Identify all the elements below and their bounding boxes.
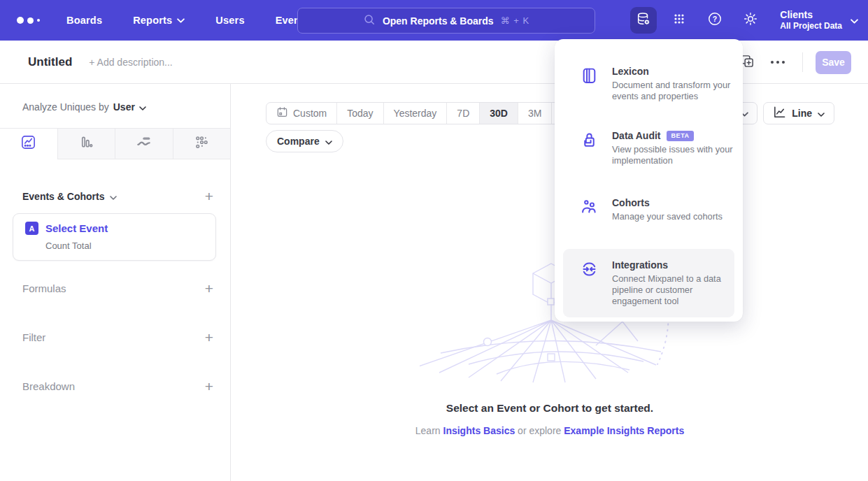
top-navbar: Boards Reports Users Events Open Reports… [0,0,868,41]
search-placeholder: Open Reports & Boards [383,15,494,27]
line-chart-icon [773,106,786,121]
popover-item-description: Manage your saved cohorts [612,211,723,222]
date-range-30d[interactable]: 30D [479,103,518,124]
date-range-label: Yesterday [394,108,437,119]
main-nav: Boards Reports Users Events [66,15,309,26]
more-options-button[interactable] [766,50,790,74]
tab-metrics-grid[interactable] [173,129,231,159]
compare-label: Compare [277,136,320,147]
chart-type-label: Line [792,108,812,119]
filter-section: Filter + [0,326,230,347]
mixpanel-logo-icon[interactable] [17,17,40,24]
date-range-3m[interactable]: 3M [518,103,551,124]
date-range-custom[interactable]: Custom [266,103,336,124]
empty-state-text: or explore [515,425,564,436]
add-event-button[interactable]: + [205,189,213,203]
bar-chart-tab-icon [78,134,94,153]
nav-item-label: Boards [66,15,102,26]
tab-flows-chart[interactable] [115,129,173,159]
tab-bar-chart[interactable] [57,129,115,159]
data-audit-icon [581,130,599,166]
popover-item-integrations[interactable]: Integrations Connect Mixpanel to a data … [563,249,734,317]
org-name: Clients [780,9,842,21]
database-gear-icon [636,11,651,29]
chevron-down-icon [325,136,332,147]
date-range-control: Custom Today Yesterday 7D 30D 3M 6M [266,102,586,124]
nav-item-reports[interactable]: Reports [133,15,185,26]
gear-icon [743,11,758,29]
ellipsis-icon [771,61,785,64]
event-card[interactable]: A Select Event Count Total [13,213,216,261]
chevron-down-icon [139,101,146,113]
date-range-label: Today [347,108,373,119]
breakdown-label: Breakdown [22,380,75,392]
date-range-label: 3M [528,108,541,119]
search-input[interactable]: Open Reports & Boards ⌘ + K [297,8,595,34]
tab-line-chart[interactable] [0,129,57,159]
nav-item-boards[interactable]: Boards [66,15,102,26]
nav-item-label: Reports [133,15,172,26]
project-switcher[interactable]: Clients All Project Data [780,9,858,31]
popover-item-title: Cohorts [612,197,650,208]
popover-item-description: Document and transform your events and p… [612,80,733,102]
line-chart-tab-icon [20,134,36,153]
insights-basics-link[interactable]: Insights Basics [443,425,515,436]
popover-item-description: Connect Mixpanel to a data pipeline or c… [612,273,725,307]
nav-item-label: Users [215,15,244,26]
popover-item-lexicon[interactable]: Lexicon Document and transform your even… [555,66,743,102]
report-canvas: Custom Today Yesterday 7D 30D 3M 6M Comp… [232,84,868,481]
apps-grid-button[interactable] [666,7,692,34]
search-icon [363,13,376,29]
compare-dropdown[interactable]: Compare [266,130,343,152]
project-name: All Project Data [780,21,842,31]
calendar-icon [276,106,288,120]
data-management-popover: Lexicon Document and transform your even… [555,39,743,322]
breakdown-section: Breakdown + [0,375,230,396]
flows-tab-icon [136,134,152,153]
filter-label: Filter [22,331,45,343]
svg-text:?: ? [713,15,717,23]
analyze-label: Analyze Uniques by [22,101,109,113]
events-cohorts-dropdown[interactable]: Events & Cohorts [22,191,117,202]
chevron-down-icon [177,18,185,23]
settings-button[interactable] [737,7,764,34]
analyze-value: User [113,101,135,113]
search-shortcut: ⌘ + K [501,15,530,26]
date-range-yesterday[interactable]: Yesterday [383,103,447,124]
event-letter-badge: A [25,222,38,235]
integrations-icon [581,259,599,307]
analyze-by-dropdown[interactable]: User [113,101,146,113]
add-description-field[interactable]: + Add description... [89,57,172,68]
add-filter-button[interactable]: + [205,330,213,345]
event-aggregation[interactable]: Count Total [45,240,215,251]
grid-tab-icon [194,134,210,153]
formulas-section: Formulas + [0,278,230,299]
date-range-today[interactable]: Today [336,103,383,124]
chevron-down-icon [110,191,117,202]
date-range-7d[interactable]: 7D [446,103,479,124]
chart-type-tabs [0,128,230,159]
query-builder-sidebar: Analyze Uniques by User [0,84,231,481]
report-title[interactable]: Untitled [28,55,72,69]
lexicon-book-icon [581,66,599,102]
add-formula-button[interactable]: + [205,281,213,296]
empty-state-text: Learn [415,425,443,436]
dot-grid-icon [672,12,686,29]
formulas-label: Formulas [22,282,66,294]
popover-item-data-audit[interactable]: Data Audit BETA View possible issues wit… [555,130,743,166]
select-event-button[interactable]: Select Event [45,222,108,234]
nav-item-users[interactable]: Users [215,15,244,26]
help-button[interactable]: ? [702,7,728,34]
add-breakdown-button[interactable]: + [205,379,213,394]
chevron-down-icon [818,108,825,119]
popover-item-title: Integrations [612,259,668,271]
cohorts-icon [581,197,599,222]
date-range-label: Custom [293,108,327,119]
header-actions: Save [735,41,851,84]
popover-item-cohorts[interactable]: Cohorts Manage your saved cohorts [555,197,743,222]
example-insights-reports-link[interactable]: Example Insights Reports [564,425,684,436]
save-button[interactable]: Save [816,51,851,74]
chart-type-dropdown[interactable]: Line [763,102,834,124]
empty-state: Select an Event or Cohort to get started… [232,402,868,436]
data-management-button[interactable] [630,7,657,34]
